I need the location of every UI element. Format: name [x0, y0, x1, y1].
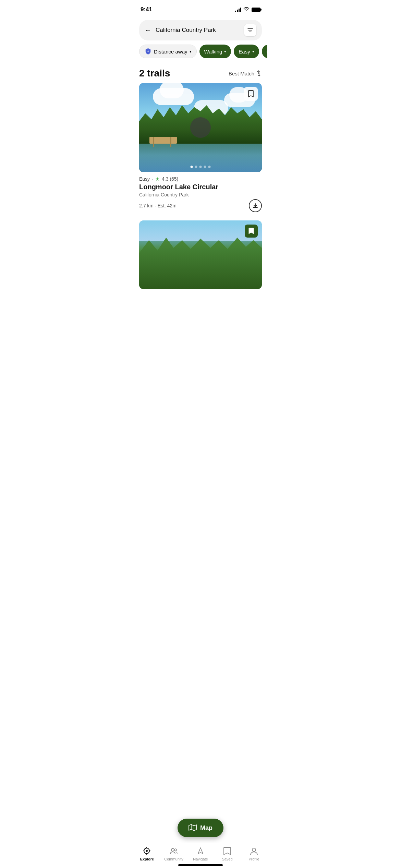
distance-km-label: 0 km: [267, 49, 267, 55]
bookmark-icon-1: [248, 90, 254, 98]
trail-play-overlay: [190, 117, 211, 138]
sort-icon: [256, 70, 262, 76]
walking-chevron-icon: ▾: [224, 49, 226, 54]
status-bar: 9:41: [134, 0, 267, 17]
distance-filter-pill[interactable]: Distance away ▾: [139, 45, 197, 58]
trails-count: 2 trails: [139, 68, 170, 79]
trails-header: 2 trails Best Match: [134, 61, 267, 83]
easy-chevron-icon: ▾: [252, 49, 254, 54]
distance-chevron-icon: ▾: [190, 49, 192, 54]
trail-meta-1: Easy · ★ 4.3 (65): [139, 176, 262, 182]
signal-icon: [235, 7, 241, 12]
trail-distance-time: 2.7 km · Est. 42m: [139, 203, 177, 208]
dot-5: [208, 166, 211, 168]
dot-4: [204, 166, 206, 168]
filter-pills: Distance away ▾ Walking ▾ Easy ▾ 0 km ▾: [134, 45, 267, 58]
dot-1: [191, 166, 193, 168]
trail-image-2: [139, 220, 262, 289]
wifi-icon: [243, 7, 250, 12]
easy-filter-label: Easy: [239, 49, 250, 55]
bookmark-button-1[interactable]: [244, 87, 258, 101]
easy-filter-pill[interactable]: Easy ▾: [234, 45, 259, 58]
image-dots: [191, 166, 211, 168]
location-shield-icon: [144, 48, 152, 55]
dot-2: [195, 166, 197, 168]
download-button[interactable]: [249, 199, 262, 212]
status-time: 9:41: [141, 6, 152, 13]
search-text: California Country Park: [156, 27, 240, 34]
star-icon: ★: [155, 176, 160, 182]
filter-button[interactable]: [244, 24, 256, 36]
back-button[interactable]: ←: [145, 26, 151, 34]
battery-icon: [252, 8, 260, 12]
distance-filter-label: Distance away: [154, 49, 187, 55]
trail-difficulty: Easy: [139, 176, 150, 182]
sort-button[interactable]: Best Match: [229, 70, 262, 76]
trail-info-1: Easy · ★ 4.3 (65) Longmoor Lake Circular…: [139, 172, 262, 214]
trail-rating: 4.3 (65): [162, 176, 178, 182]
status-icons: [235, 7, 260, 12]
trail-stats: 2.7 km · Est. 42m: [139, 199, 262, 212]
download-icon: [252, 203, 258, 209]
dot-3: [199, 166, 202, 168]
trail-image-1: [139, 83, 262, 172]
trail-card-1[interactable]: Easy · ★ 4.3 (65) Longmoor Lake Circular…: [139, 83, 262, 214]
trail-location: California Country Park: [139, 192, 262, 197]
svg-point-3: [148, 51, 149, 52]
walking-filter-pill[interactable]: Walking ▾: [199, 45, 231, 58]
trail-card-2[interactable]: [139, 220, 262, 289]
bookmark-button-2[interactable]: [245, 225, 258, 238]
search-bar[interactable]: ← California Country Park: [139, 20, 262, 40]
trail-name: Longmoor Lake Circular: [139, 183, 262, 191]
bookmark-icon-2: [248, 228, 254, 234]
meta-separator: ·: [152, 176, 153, 182]
distance-km-filter-pill[interactable]: 0 km ▾: [262, 45, 267, 58]
walking-filter-label: Walking: [204, 49, 222, 55]
sort-label: Best Match: [229, 71, 254, 76]
